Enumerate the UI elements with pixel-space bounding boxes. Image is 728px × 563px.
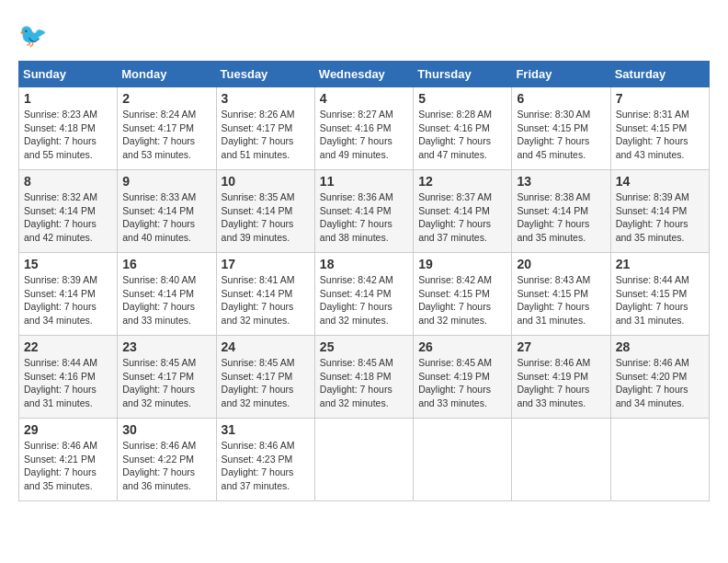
calendar-cell: 19 Sunrise: 8:42 AM Sunset: 4:15 PM Dayl…	[414, 253, 512, 336]
calendar-cell: 16 Sunrise: 8:40 AM Sunset: 4:14 PM Dayl…	[118, 253, 216, 336]
week-row-2: 8 Sunrise: 8:32 AM Sunset: 4:14 PM Dayli…	[19, 170, 710, 253]
day-number: 9	[122, 174, 210, 189]
day-info: Sunrise: 8:45 AM Sunset: 4:17 PM Dayligh…	[222, 356, 310, 410]
calendar-cell	[512, 419, 610, 501]
col-header-sunday: Sunday	[19, 62, 118, 87]
col-header-saturday: Saturday	[610, 62, 709, 87]
day-info: Sunrise: 8:28 AM Sunset: 4:16 PM Dayligh…	[418, 108, 506, 162]
week-row-4: 22 Sunrise: 8:44 AM Sunset: 4:16 PM Dayl…	[19, 336, 710, 419]
week-row-1: 1 Sunrise: 8:23 AM Sunset: 4:18 PM Dayli…	[19, 87, 710, 170]
day-number: 7	[616, 91, 704, 106]
day-info: Sunrise: 8:45 AM Sunset: 4:17 PM Dayligh…	[122, 356, 210, 410]
day-info: Sunrise: 8:46 AM Sunset: 4:19 PM Dayligh…	[517, 356, 605, 410]
logo-icon: 🐦	[18, 18, 51, 52]
calendar-header-row: SundayMondayTuesdayWednesdayThursdayFrid…	[19, 62, 710, 87]
day-info: Sunrise: 8:46 AM Sunset: 4:21 PM Dayligh…	[24, 439, 112, 493]
calendar-cell: 9 Sunrise: 8:33 AM Sunset: 4:14 PM Dayli…	[118, 170, 216, 253]
calendar-cell: 28 Sunrise: 8:46 AM Sunset: 4:20 PM Dayl…	[610, 336, 709, 419]
calendar-cell: 18 Sunrise: 8:42 AM Sunset: 4:14 PM Dayl…	[314, 253, 413, 336]
calendar-cell: 10 Sunrise: 8:35 AM Sunset: 4:14 PM Dayl…	[216, 170, 314, 253]
day-number: 23	[122, 339, 210, 354]
calendar-cell: 5 Sunrise: 8:28 AM Sunset: 4:16 PM Dayli…	[414, 87, 512, 170]
day-info: Sunrise: 8:33 AM Sunset: 4:14 PM Dayligh…	[122, 190, 210, 245]
calendar-cell: 4 Sunrise: 8:27 AM Sunset: 4:16 PM Dayli…	[314, 87, 413, 170]
calendar-cell: 14 Sunrise: 8:39 AM Sunset: 4:14 PM Dayl…	[610, 170, 709, 253]
day-number: 13	[517, 174, 605, 189]
day-number: 25	[320, 339, 408, 354]
day-info: Sunrise: 8:45 AM Sunset: 4:19 PM Dayligh…	[418, 356, 506, 410]
day-number: 19	[418, 257, 506, 271]
day-number: 26	[418, 339, 506, 354]
calendar-table: SundayMondayTuesdayWednesdayThursdayFrid…	[18, 61, 710, 501]
day-number: 21	[616, 257, 704, 271]
calendar-cell: 20 Sunrise: 8:43 AM Sunset: 4:15 PM Dayl…	[512, 253, 610, 336]
calendar-cell: 15 Sunrise: 8:39 AM Sunset: 4:14 PM Dayl…	[19, 253, 118, 336]
calendar-cell: 30 Sunrise: 8:46 AM Sunset: 4:22 PM Dayl…	[118, 419, 216, 501]
col-header-monday: Monday	[118, 62, 216, 87]
day-number: 8	[24, 174, 112, 189]
calendar-cell: 23 Sunrise: 8:45 AM Sunset: 4:17 PM Dayl…	[118, 336, 216, 419]
day-info: Sunrise: 8:42 AM Sunset: 4:14 PM Dayligh…	[320, 273, 408, 327]
calendar-cell: 31 Sunrise: 8:46 AM Sunset: 4:23 PM Dayl…	[216, 419, 314, 501]
day-number: 15	[24, 257, 112, 271]
day-info: Sunrise: 8:46 AM Sunset: 4:22 PM Dayligh…	[122, 439, 210, 493]
calendar-cell: 7 Sunrise: 8:31 AM Sunset: 4:15 PM Dayli…	[610, 87, 709, 170]
calendar-cell	[414, 419, 512, 501]
day-info: Sunrise: 8:44 AM Sunset: 4:15 PM Dayligh…	[616, 273, 704, 327]
calendar-cell: 26 Sunrise: 8:45 AM Sunset: 4:19 PM Dayl…	[414, 336, 512, 419]
logo: 🐦	[18, 18, 55, 52]
day-number: 1	[24, 91, 112, 106]
day-info: Sunrise: 8:26 AM Sunset: 4:17 PM Dayligh…	[222, 108, 310, 162]
calendar-cell: 13 Sunrise: 8:38 AM Sunset: 4:14 PM Dayl…	[512, 170, 610, 253]
calendar-cell: 1 Sunrise: 8:23 AM Sunset: 4:18 PM Dayli…	[19, 87, 118, 170]
calendar-cell: 6 Sunrise: 8:30 AM Sunset: 4:15 PM Dayli…	[512, 87, 610, 170]
day-info: Sunrise: 8:27 AM Sunset: 4:16 PM Dayligh…	[320, 108, 408, 162]
calendar-cell	[610, 419, 709, 501]
day-info: Sunrise: 8:42 AM Sunset: 4:15 PM Dayligh…	[418, 273, 506, 327]
day-number: 29	[24, 422, 112, 437]
page-header: 🐦	[18, 18, 710, 52]
day-info: Sunrise: 8:36 AM Sunset: 4:14 PM Dayligh…	[320, 190, 408, 245]
day-number: 17	[222, 257, 310, 271]
calendar-body: 1 Sunrise: 8:23 AM Sunset: 4:18 PM Dayli…	[19, 87, 710, 501]
day-number: 14	[616, 174, 704, 189]
day-number: 28	[616, 339, 704, 354]
week-row-3: 15 Sunrise: 8:39 AM Sunset: 4:14 PM Dayl…	[19, 253, 710, 336]
day-number: 30	[122, 422, 210, 437]
day-number: 12	[418, 174, 506, 189]
calendar-cell: 3 Sunrise: 8:26 AM Sunset: 4:17 PM Dayli…	[216, 87, 314, 170]
day-info: Sunrise: 8:41 AM Sunset: 4:14 PM Dayligh…	[222, 273, 310, 327]
day-number: 16	[122, 257, 210, 271]
calendar-cell: 2 Sunrise: 8:24 AM Sunset: 4:17 PM Dayli…	[118, 87, 216, 170]
day-info: Sunrise: 8:38 AM Sunset: 4:14 PM Dayligh…	[517, 190, 605, 245]
calendar-cell: 22 Sunrise: 8:44 AM Sunset: 4:16 PM Dayl…	[19, 336, 118, 419]
col-header-wednesday: Wednesday	[314, 62, 413, 87]
calendar-cell: 27 Sunrise: 8:46 AM Sunset: 4:19 PM Dayl…	[512, 336, 610, 419]
day-number: 3	[222, 91, 310, 106]
col-header-thursday: Thursday	[414, 62, 512, 87]
day-info: Sunrise: 8:39 AM Sunset: 4:14 PM Dayligh…	[616, 190, 704, 245]
calendar-cell	[314, 419, 413, 501]
calendar-cell: 29 Sunrise: 8:46 AM Sunset: 4:21 PM Dayl…	[19, 419, 118, 501]
col-header-tuesday: Tuesday	[216, 62, 314, 87]
day-number: 27	[517, 339, 605, 354]
day-info: Sunrise: 8:35 AM Sunset: 4:14 PM Dayligh…	[222, 190, 310, 245]
day-number: 20	[517, 257, 605, 271]
day-number: 18	[320, 257, 408, 271]
day-info: Sunrise: 8:37 AM Sunset: 4:14 PM Dayligh…	[418, 190, 506, 245]
svg-text:🐦: 🐦	[18, 21, 48, 50]
day-info: Sunrise: 8:46 AM Sunset: 4:23 PM Dayligh…	[222, 439, 310, 493]
day-info: Sunrise: 8:40 AM Sunset: 4:14 PM Dayligh…	[122, 273, 210, 327]
day-info: Sunrise: 8:23 AM Sunset: 4:18 PM Dayligh…	[24, 108, 112, 162]
day-number: 11	[320, 174, 408, 189]
calendar-cell: 12 Sunrise: 8:37 AM Sunset: 4:14 PM Dayl…	[414, 170, 512, 253]
day-info: Sunrise: 8:39 AM Sunset: 4:14 PM Dayligh…	[24, 273, 112, 327]
day-info: Sunrise: 8:31 AM Sunset: 4:15 PM Dayligh…	[616, 108, 704, 162]
day-number: 24	[222, 339, 310, 354]
day-number: 31	[222, 422, 310, 437]
day-info: Sunrise: 8:44 AM Sunset: 4:16 PM Dayligh…	[24, 356, 112, 410]
calendar-cell: 11 Sunrise: 8:36 AM Sunset: 4:14 PM Dayl…	[314, 170, 413, 253]
day-info: Sunrise: 8:46 AM Sunset: 4:20 PM Dayligh…	[616, 356, 704, 410]
day-number: 6	[517, 91, 605, 106]
day-info: Sunrise: 8:24 AM Sunset: 4:17 PM Dayligh…	[122, 108, 210, 162]
